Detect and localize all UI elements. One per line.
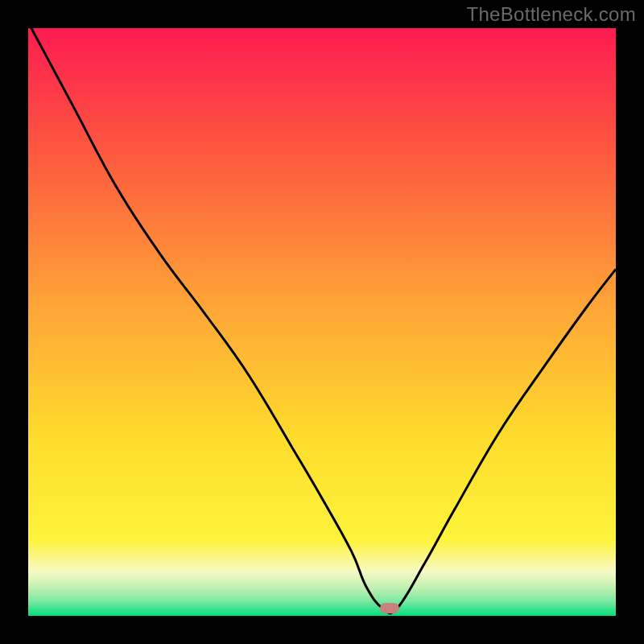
- bottleneck-chart: [0, 0, 644, 644]
- chart-wrapper: TheBottleneck.com: [0, 0, 644, 644]
- plot-area-background: [28, 28, 616, 616]
- watermark-label: TheBottleneck.com: [466, 3, 636, 26]
- optimal-point-marker: [380, 603, 399, 613]
